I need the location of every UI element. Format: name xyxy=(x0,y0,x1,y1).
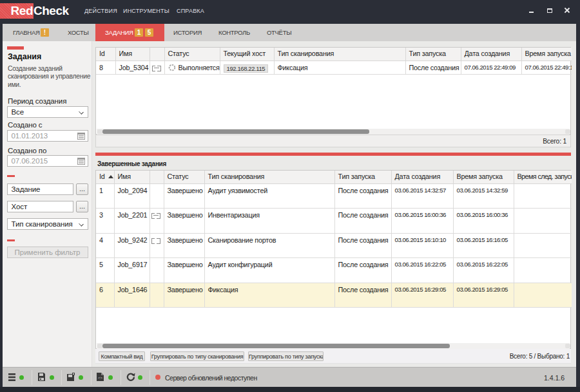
svg-text:<>: <> xyxy=(98,376,103,380)
